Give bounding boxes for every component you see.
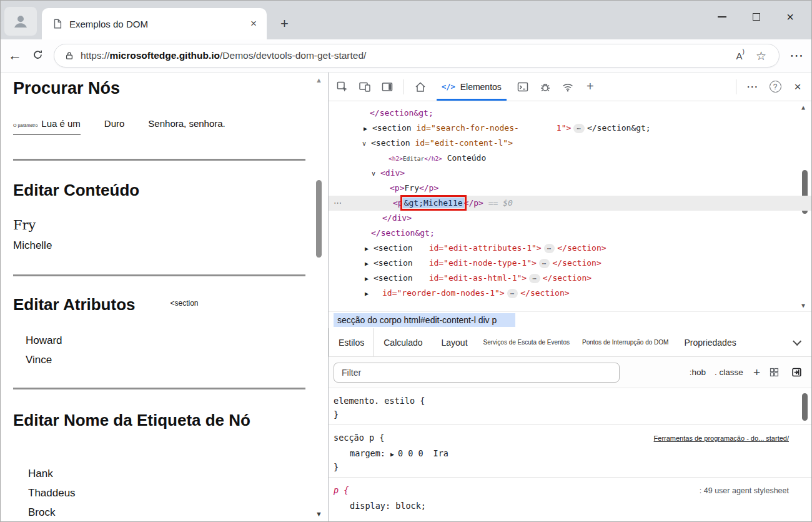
- dom-selected-text[interactable]: &gt;Miche11e: [403, 198, 464, 208]
- new-style-rule-icon[interactable]: +: [753, 366, 760, 379]
- maximize-icon[interactable]: [753, 13, 760, 21]
- devtools-close-icon[interactable]: ×: [786, 76, 809, 98]
- dom-token: </section>: [520, 288, 569, 298]
- dom-token: id="search-for-nodes-: [416, 123, 518, 133]
- bug-icon[interactable]: [534, 76, 557, 98]
- browser-tab[interactable]: Exemplos do DOM ×: [42, 8, 267, 39]
- devtools-more-icon[interactable]: ⋯: [741, 76, 764, 98]
- list-item: Fry: [13, 218, 303, 233]
- rule-selector[interactable]: elemento. estilo {: [334, 396, 425, 406]
- dom-tree-row[interactable]: ▶<sectionid="edit-attributes-1">⋯</secti…: [329, 241, 811, 256]
- dom-tree-row[interactable]: <p>Fry</p>: [329, 181, 811, 196]
- dom-tree-row[interactable]: ▶id="reorder-dom-nodes-1">⋯</section>: [329, 286, 811, 301]
- collapse-arrow-icon[interactable]: v: [372, 166, 380, 181]
- lock-icon[interactable]: [64, 51, 74, 61]
- dom-tree-row[interactable]: </section&gt;: [329, 226, 811, 241]
- minimize-icon[interactable]: [718, 16, 726, 18]
- list-item: Brock: [28, 506, 303, 519]
- dom-token: Editar: [403, 155, 424, 162]
- dom-token: <section: [372, 123, 416, 133]
- inline-expand-icon[interactable]: ⋯: [539, 259, 550, 268]
- page-scrollbar[interactable]: ▲ ▼: [314, 75, 324, 519]
- rule-header: p {: 49 user agent stylesheet: [329, 481, 811, 495]
- scrollbar-thumb[interactable]: [802, 393, 808, 421]
- tab-elements[interactable]: </> Elementos: [432, 73, 512, 101]
- expand-arrow-icon[interactable]: ▶: [364, 121, 372, 136]
- styles-filter-input[interactable]: [334, 363, 620, 383]
- read-aloud-button[interactable]: A): [736, 51, 745, 61]
- style-property[interactable]: display: block;: [329, 501, 811, 511]
- home-icon[interactable]: [409, 76, 432, 98]
- rule-selector[interactable]: p {: [334, 485, 349, 495]
- dom-tree-row[interactable]: </div>: [329, 211, 811, 226]
- tab-elements-label: Elementos: [460, 82, 502, 92]
- inline-expand-icon[interactable]: ⋯: [529, 274, 540, 283]
- rule-selector[interactable]: secção p {: [334, 433, 384, 443]
- row-menu-icon[interactable]: ⋯: [334, 196, 342, 211]
- class-toggle-button[interactable]: . classe: [715, 368, 743, 377]
- tab-computed[interactable]: Calculado: [374, 328, 432, 356]
- heading-text: Editar Atributos: [13, 295, 135, 314]
- profile-button[interactable]: [4, 7, 37, 36]
- breadcrumb[interactable]: secção do corpo html#edit-content-l div …: [334, 313, 515, 327]
- dom-tree-row[interactable]: v<div>: [329, 166, 811, 181]
- help-icon[interactable]: ?: [764, 76, 786, 98]
- dock-side-icon[interactable]: [376, 76, 399, 98]
- pseudo-state-button[interactable]: :hob: [690, 368, 706, 377]
- refresh-button[interactable]: [32, 49, 44, 63]
- tab-properties[interactable]: Propriedades: [675, 328, 745, 356]
- tab-layout[interactable]: Layout: [432, 328, 477, 356]
- scroll-down-icon[interactable]: ▼: [315, 510, 322, 518]
- toolbar-divider: [404, 79, 404, 94]
- expand-arrow-icon[interactable]: ▶: [365, 241, 374, 256]
- inline-expand-icon[interactable]: ⋯: [573, 124, 585, 133]
- dom-tree-row[interactable]: </section&gt;: [329, 106, 811, 121]
- tab-close-icon[interactable]: ×: [247, 18, 260, 30]
- rule-close-brace: }: [329, 458, 811, 472]
- grid-icon[interactable]: [765, 364, 783, 381]
- scrollbar-thumb[interactable]: [316, 180, 322, 258]
- style-property[interactable]: margem:▶0 0 0Ira: [329, 448, 811, 458]
- tab-event-listeners[interactable]: Serviços de Escuta de Eventos: [477, 328, 576, 356]
- dom-tree-row[interactable]: v<section id="edit-content-l">: [329, 136, 811, 151]
- back-button[interactable]: ←: [8, 48, 22, 64]
- devtools-panel: </> Elementos + ⋯ ? ×: [328, 73, 811, 521]
- inspect-icon[interactable]: [331, 76, 354, 98]
- scroll-down-icon[interactable]: ▼: [801, 302, 805, 309]
- dom-line-content: v<section id="edit-content-l">: [329, 136, 513, 151]
- plus-icon: +: [587, 79, 594, 94]
- address-bar[interactable]: https://microsoftedge.github.io/Demos/de…: [54, 44, 780, 68]
- inline-expand-icon[interactable]: ⋯: [544, 244, 555, 253]
- browser-window: Exemplos do DOM × + × ← https://microsof…: [0, 0, 812, 522]
- scroll-up-icon[interactable]: ▲: [315, 76, 322, 84]
- chevron-down-icon[interactable]: [793, 336, 801, 345]
- tab-dom-breakpoints[interactable]: Pontos de Interrupção do DOM: [576, 328, 675, 356]
- collapse-arrow-icon[interactable]: v: [362, 136, 371, 151]
- favorites-star-icon[interactable]: ☆: [756, 49, 766, 63]
- page-heading-edit-node-name: Editar Nome da Etiqueta de Nó: [13, 411, 303, 430]
- new-tab-button[interactable]: +: [277, 16, 292, 32]
- dom-tree-row[interactable]: ⋯<p&gt;Miche11e</p> == $0: [329, 196, 811, 211]
- dom-tree-row[interactable]: ▶<section id="search-for-nodes-1">⋯</sec…: [329, 121, 811, 136]
- inline-expand-icon[interactable]: ⋯: [507, 289, 518, 298]
- dom-tree-row[interactable]: ▶<sectionid="edit-as-html-1">⋯</section>: [329, 271, 811, 286]
- computed-panel-icon[interactable]: [788, 364, 805, 381]
- tab-styles[interactable]: Estilos: [329, 328, 374, 356]
- expand-arrow-icon[interactable]: ▶: [365, 256, 374, 271]
- settings-more-icon[interactable]: ⋯: [790, 48, 804, 64]
- dom-tree-row[interactable]: ▶<sectionid="edit-node-type-1">⋯</sectio…: [329, 256, 811, 271]
- dom-token: <section: [374, 258, 413, 268]
- dom-token: </section&gt;: [371, 228, 435, 238]
- stylesheet-link[interactable]: Ferramentas de programação - do... start…: [654, 434, 789, 442]
- window-close-icon[interactable]: ×: [786, 11, 794, 23]
- navigation-bar: ← https://microsoftedge.github.io/Demos/…: [1, 39, 811, 73]
- console-icon[interactable]: [512, 76, 534, 98]
- dom-tree-row[interactable]: <h2>Editar</h2> Conteúdo: [329, 151, 811, 166]
- network-wifi-icon[interactable]: [557, 76, 579, 98]
- styles-scrollbar[interactable]: [801, 391, 810, 519]
- device-emulation-icon[interactable]: [354, 76, 376, 98]
- shorthand-expand-icon[interactable]: ▶: [390, 451, 394, 458]
- expand-arrow-icon[interactable]: ▶: [365, 271, 374, 286]
- add-tool-button[interactable]: +: [579, 76, 602, 98]
- expand-arrow-icon[interactable]: ▶: [365, 286, 374, 301]
